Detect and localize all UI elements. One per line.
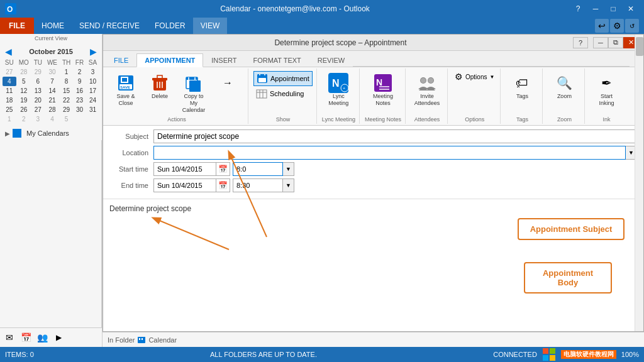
cal-day[interactable]: 12 xyxy=(16,86,31,96)
body-text[interactable]: Determine project scope xyxy=(109,204,637,213)
file-tab[interactable]: FILE xyxy=(0,18,34,34)
cal-day[interactable]: 27 xyxy=(3,67,16,77)
cal-day[interactable]: 24 xyxy=(86,96,99,105)
prev-month-btn[interactable]: ◀ xyxy=(5,47,12,57)
maximize-button[interactable]: □ xyxy=(605,3,621,15)
scrollbar-thumb[interactable] xyxy=(636,37,643,56)
zoom-button[interactable]: 🔍 Zoom xyxy=(548,71,580,102)
close-button[interactable]: ✕ xyxy=(623,3,639,15)
cal-day[interactable]: 5 xyxy=(60,114,73,124)
cal-day[interactable]: 28 xyxy=(16,67,31,77)
more-icon[interactable]: ▶ xyxy=(52,331,65,344)
view-menu[interactable]: VIEW xyxy=(193,18,228,34)
cal-day[interactable]: 8 xyxy=(60,77,73,86)
cal-day[interactable]: 29 xyxy=(31,67,45,77)
end-date-cal-btn[interactable]: 📅 xyxy=(216,178,230,192)
subject-input[interactable] xyxy=(153,129,637,143)
cal-day[interactable]: 16 xyxy=(73,86,86,96)
cal-day[interactable]: 6 xyxy=(31,77,45,86)
cal-day[interactable]: 5 xyxy=(16,77,31,86)
next-month-btn[interactable]: ▶ xyxy=(90,47,97,57)
cal-day[interactable]: 30 xyxy=(45,67,60,77)
mail-icon[interactable]: ✉ xyxy=(3,331,16,344)
appointment-ribbon-tab[interactable]: APPOINTMENT xyxy=(136,53,203,67)
meeting-notes-button[interactable]: N MeetingNotes xyxy=(367,71,399,109)
body-area: Determine project scope xyxy=(103,199,643,331)
my-calendars-section[interactable]: ▶ My Calendars xyxy=(0,126,102,140)
outlook-menu-bar: FILE HOME SEND / RECEIVE FOLDER VIEW ↩ ⚙… xyxy=(0,18,644,34)
delete-button[interactable]: Delete xyxy=(143,71,176,102)
help-button[interactable]: ? xyxy=(570,3,586,15)
cal-day[interactable]: 19 xyxy=(16,96,31,105)
show-group-label: Show xyxy=(276,116,291,123)
appt-help-button[interactable]: ? xyxy=(573,37,588,48)
minimize-button[interactable]: ─ xyxy=(587,3,604,15)
cal-day[interactable]: 7 xyxy=(45,77,60,86)
cal-day-today[interactable]: 4 xyxy=(3,77,16,86)
change-view-btn[interactable]: ↩ xyxy=(595,19,609,33)
cal-day[interactable]: 26 xyxy=(16,105,31,114)
cal-day[interactable]: 14 xyxy=(45,86,60,96)
home-menu[interactable]: HOME xyxy=(34,18,72,34)
cal-day[interactable]: 30 xyxy=(73,105,86,114)
scheduling-btn[interactable]: Scheduling xyxy=(253,87,306,101)
start-time-dropdown-btn[interactable]: ▼ xyxy=(283,162,294,176)
cal-day[interactable]: 3 xyxy=(31,114,45,124)
forward-button[interactable]: → xyxy=(211,71,244,95)
save-close-button[interactable]: SAVE Save &Close xyxy=(109,71,142,109)
location-input[interactable] xyxy=(153,146,626,160)
cal-day[interactable]: 28 xyxy=(45,105,60,114)
end-time-input[interactable] xyxy=(233,178,283,192)
cal-day[interactable]: 31 xyxy=(86,105,99,114)
file-ribbon-tab[interactable]: FILE xyxy=(106,53,136,67)
start-date-input[interactable] xyxy=(153,162,216,176)
start-time-input[interactable] xyxy=(233,162,283,176)
appt-restore-button[interactable]: ⧉ xyxy=(608,37,623,48)
cal-day[interactable]: 21 xyxy=(45,96,60,105)
cal-day[interactable]: 11 xyxy=(3,86,16,96)
cal-day[interactable]: 3 xyxy=(86,67,99,77)
people-icon[interactable]: 👥 xyxy=(35,331,49,344)
cal-day[interactable]: 27 xyxy=(31,105,45,114)
expand-calendars-icon[interactable]: ▶ xyxy=(5,130,10,137)
appt-minimize-button[interactable]: ─ xyxy=(593,37,608,48)
cal-day[interactable]: 18 xyxy=(3,96,16,105)
start-inking-button[interactable]: ✒ StartInking xyxy=(590,71,623,109)
send-receive-menu[interactable]: SEND / RECEIVE xyxy=(72,18,147,34)
insert-ribbon-tab[interactable]: INSERT xyxy=(203,53,245,67)
calendar-icon[interactable]: 📅 xyxy=(19,331,33,344)
copy-calendar-button[interactable]: Copy to MyCalendar xyxy=(177,71,210,115)
appointment-title-bar: Determine project scope – Appointment ? … xyxy=(103,35,643,51)
cal-day[interactable]: 23 xyxy=(73,96,86,105)
start-date-cal-btn[interactable]: 📅 xyxy=(216,162,230,176)
vertical-scrollbar[interactable]: Upcoming Appointment xyxy=(635,35,643,331)
lync-meeting-button[interactable]: N + LyncMeeting xyxy=(322,71,355,109)
cal-day[interactable]: 4 xyxy=(45,114,60,124)
cal-day[interactable]: 20 xyxy=(31,96,45,105)
view-settings-btn[interactable]: ⚙ xyxy=(610,19,624,33)
end-time-dropdown-btn[interactable]: ▼ xyxy=(283,178,294,192)
options-btn[interactable]: ⚙ Options ▼ xyxy=(453,71,496,82)
cal-day[interactable]: 9 xyxy=(73,77,86,86)
cal-day[interactable]: 25 xyxy=(3,105,16,114)
cal-day[interactable]: 29 xyxy=(60,105,73,114)
cal-day[interactable]: 22 xyxy=(60,96,73,105)
cal-day[interactable]: 1 xyxy=(3,114,16,124)
invite-attendees-button[interactable]: InviteAttendees xyxy=(411,71,443,109)
cal-day[interactable]: 13 xyxy=(31,86,45,96)
cal-day[interactable]: 2 xyxy=(16,114,31,124)
cal-day[interactable]: 2 xyxy=(73,67,86,77)
cal-day[interactable]: 10 xyxy=(86,77,99,86)
review-ribbon-tab[interactable]: REVIEW xyxy=(309,53,353,67)
reset-view-btn[interactable]: ↺ xyxy=(625,19,639,33)
folder-menu[interactable]: FOLDER xyxy=(147,18,193,34)
format-text-ribbon-tab[interactable]: FORMAT TEXT xyxy=(245,53,309,67)
appointment-show-btn[interactable]: Appointment xyxy=(253,71,313,86)
actions-label: Actions xyxy=(167,116,186,123)
end-date-input[interactable] xyxy=(153,178,216,192)
tags-button[interactable]: 🏷 Tags xyxy=(506,71,538,102)
cal-day[interactable]: 17 xyxy=(86,86,99,96)
cal-day[interactable]: 15 xyxy=(60,86,73,96)
items-count: ITEMS: 0 xyxy=(5,351,34,358)
cal-day[interactable]: 1 xyxy=(60,67,73,77)
